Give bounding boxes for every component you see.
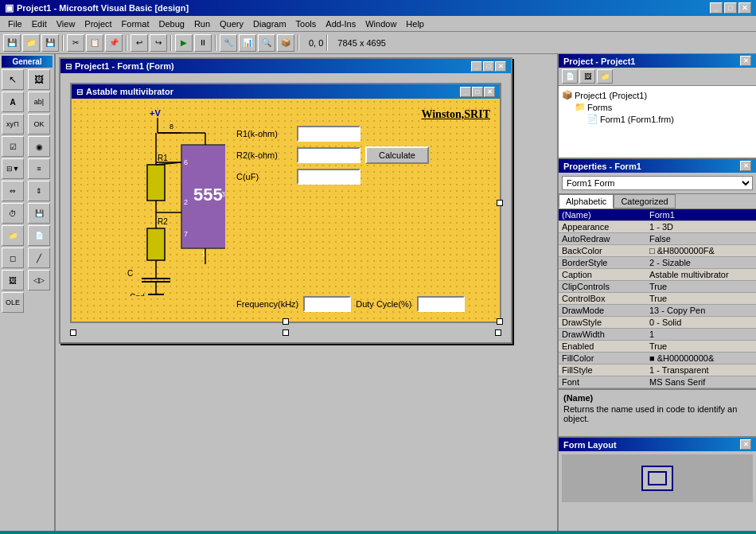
resize-handle-r[interactable]: [497, 200, 503, 206]
prop-object-selector[interactable]: Form1 Form: [562, 176, 753, 190]
prop-row-clipcontrols[interactable]: ClipControls True: [559, 281, 756, 293]
form-resize-bc[interactable]: [283, 329, 289, 336]
tree-forms-folder[interactable]: 📁Forms: [562, 101, 753, 113]
resize-handle-b[interactable]: [283, 318, 289, 325]
c-input[interactable]: [297, 169, 360, 185]
tool-optionbutton[interactable]: ◉: [28, 136, 50, 157]
tool-drivelistbox[interactable]: 💾: [28, 203, 50, 224]
prop-row-borderstyle[interactable]: BorderStyle 2 - Sizable: [559, 257, 756, 269]
toolbar-cut[interactable]: ✂: [67, 34, 84, 52]
tool-line[interactable]: ╱: [28, 248, 50, 268]
form-layout-close[interactable]: ✕: [740, 439, 751, 450]
tool-combobox[interactable]: ⊟▼: [2, 158, 24, 179]
tool-label[interactable]: A: [2, 92, 24, 112]
prop-row-backcolor[interactable]: BackColor □ &H8000000F&: [559, 245, 756, 257]
prop-tab-alphabetic[interactable]: Alphabetic: [559, 194, 614, 209]
resize-handle-br[interactable]: [497, 318, 503, 325]
menu-diagram[interactable]: Diagram: [248, 18, 291, 30]
project-view-code[interactable]: 📄: [562, 69, 578, 84]
prop-row-appearance[interactable]: Appearance 1 - 3D: [559, 221, 756, 233]
prop-row-enabled[interactable]: Enabled True: [559, 341, 756, 353]
vb-form-minimize[interactable]: _: [471, 61, 482, 72]
menu-help[interactable]: Help: [401, 18, 429, 30]
tool-pointer[interactable]: ↖: [2, 69, 24, 90]
toolbar-pause[interactable]: ⏸: [194, 34, 212, 52]
menu-addins[interactable]: Add-Ins: [321, 18, 360, 30]
prop-row-controlbox[interactable]: ControlBox True: [559, 293, 756, 305]
vb-form-title-buttons[interactable]: _ □ ✕: [471, 61, 506, 72]
toolbar-extra-1[interactable]: 🔧: [220, 34, 237, 52]
tool-timer[interactable]: ⏱: [2, 203, 24, 224]
menu-tools[interactable]: Tools: [291, 18, 321, 30]
tool-textbox[interactable]: ab|: [28, 92, 50, 112]
toolbar-extra-2[interactable]: 📊: [239, 34, 256, 52]
inner-form-minimize[interactable]: _: [460, 87, 471, 97]
tool-checkbox[interactable]: ☑: [2, 136, 24, 157]
toolbar-paste[interactable]: 📌: [105, 34, 123, 52]
tool-hscrollbar[interactable]: ⇔: [2, 181, 24, 201]
prop-row-drawmode[interactable]: DrawMode 13 - Copy Pen: [559, 305, 756, 317]
prop-tab-categorized[interactable]: Categorized: [614, 194, 675, 209]
toolbar-btn-1[interactable]: 💾: [3, 34, 21, 52]
prop-row-font[interactable]: Font MS Sans Serif: [559, 376, 756, 388]
calculate-button[interactable]: Calculate: [365, 146, 429, 164]
close-button[interactable]: ✕: [738, 2, 751, 14]
prop-row-fillstyle[interactable]: FillStyle 1 - Transparent: [559, 364, 756, 376]
prop-caption-value: Astable multivibrator: [646, 269, 756, 281]
prop-row-drawwidth[interactable]: DrawWidth 1: [559, 329, 756, 341]
menu-view[interactable]: View: [52, 18, 80, 30]
tool-dirlistbox[interactable]: 📁: [2, 225, 24, 246]
r1-input[interactable]: [297, 126, 360, 142]
toolbar-redo[interactable]: ↪: [150, 34, 167, 52]
minimize-button[interactable]: _: [710, 2, 723, 14]
menu-window[interactable]: Window: [360, 18, 401, 30]
prop-row-caption[interactable]: Caption Astable multivibrator: [559, 269, 756, 281]
tree-form1[interactable]: 📄Form1 (Form1.frm): [562, 113, 753, 125]
center-area[interactable]: ⊟ Project1 - Form1 (Form) _ □ ✕ ⊟ Astabl…: [56, 54, 557, 531]
tool-frame[interactable]: xy⊓: [2, 114, 24, 134]
menu-run[interactable]: Run: [189, 18, 215, 30]
form-resize-br[interactable]: [495, 329, 501, 336]
menu-edit[interactable]: Edit: [27, 18, 52, 30]
duty-input[interactable]: [417, 296, 465, 312]
properties-close[interactable]: ✕: [740, 161, 751, 171]
tool-image[interactable]: 🖼: [2, 270, 24, 290]
title-bar-buttons[interactable]: _ □ ✕: [710, 2, 751, 14]
menu-project[interactable]: Project: [80, 18, 116, 30]
toolbar-btn-3[interactable]: 💾: [41, 34, 59, 52]
toolbar-run[interactable]: ▶: [175, 34, 193, 52]
toolbar-extra-4[interactable]: 📦: [277, 34, 294, 52]
inner-form-maximize[interactable]: □: [472, 87, 483, 97]
toolbar-copy[interactable]: 📋: [86, 34, 103, 52]
prop-row-fillcolor[interactable]: FillColor ■ &H00000000&: [559, 353, 756, 364]
tool-shape[interactable]: ◻: [2, 248, 24, 268]
tool-picturebox[interactable]: 🖼: [28, 69, 50, 90]
prop-row-autoredraw[interactable]: AutoRedraw False: [559, 233, 756, 245]
menu-debug[interactable]: Debug: [154, 18, 189, 30]
tool-ole[interactable]: OLE: [2, 292, 24, 313]
toolbar-extra-3[interactable]: 🔍: [258, 34, 275, 52]
inner-form-close[interactable]: ✕: [484, 87, 495, 97]
toolbar-btn-2[interactable]: 📁: [22, 34, 40, 52]
menu-format[interactable]: Format: [117, 18, 154, 30]
vb-form-close[interactable]: ✕: [495, 61, 506, 72]
menu-file[interactable]: File: [3, 18, 27, 30]
tool-data[interactable]: ◁▷: [28, 270, 50, 290]
prop-row-drawstyle[interactable]: DrawStyle 0 - Solid: [559, 317, 756, 329]
project-view-form[interactable]: 🖼: [579, 69, 595, 84]
prop-row-name[interactable]: (Name) Form1: [559, 209, 756, 221]
tool-vscrollbar[interactable]: ⇕: [28, 181, 50, 201]
form-resize-bl[interactable]: [70, 329, 76, 336]
project-panel-close[interactable]: ✕: [740, 56, 751, 66]
menu-query[interactable]: Query: [215, 18, 248, 30]
r2-input[interactable]: [297, 147, 360, 163]
tool-commandbutton[interactable]: OK: [28, 114, 50, 134]
freq-input[interactable]: [303, 296, 351, 312]
vb-form-maximize[interactable]: □: [483, 61, 494, 72]
tree-project[interactable]: 📦Project1 (Project1): [562, 89, 753, 101]
maximize-button[interactable]: □: [724, 2, 737, 14]
project-toggle-folders[interactable]: 📁: [597, 69, 613, 84]
tool-listbox[interactable]: ≡: [28, 158, 50, 179]
toolbar-undo[interactable]: ↩: [131, 34, 148, 52]
tool-filelistbox[interactable]: 📄: [28, 225, 50, 246]
